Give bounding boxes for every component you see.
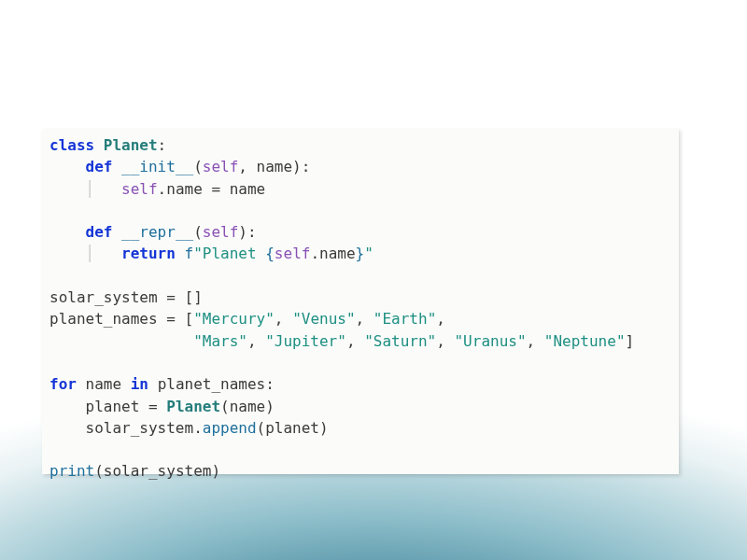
fn-repr: __repr__ xyxy=(121,223,193,241)
indent-guide: │ xyxy=(86,245,95,262)
code-box: class Planet: def __init__(self, name): … xyxy=(42,129,679,474)
kw-in: in xyxy=(131,375,148,393)
class-name: Planet xyxy=(104,136,158,154)
param-name: name xyxy=(257,158,293,175)
var-planet-names: planet_names xyxy=(49,310,158,328)
fn-print: print xyxy=(49,462,94,480)
kw-def: def xyxy=(86,158,113,175)
kw-def: def xyxy=(86,223,113,241)
kw-class: class xyxy=(49,136,94,154)
fn-init: __init__ xyxy=(121,158,193,175)
var-solar-system: solar_system xyxy=(49,288,158,306)
indent-guide: │ xyxy=(86,180,95,198)
kw-for: for xyxy=(49,375,77,393)
slide-background: class Planet: def __init__(self, name): … xyxy=(0,0,747,560)
code-content: class Planet: def __init__(self, name): … xyxy=(49,134,671,483)
kw-return: return xyxy=(121,245,176,262)
self-param: self xyxy=(203,158,239,175)
